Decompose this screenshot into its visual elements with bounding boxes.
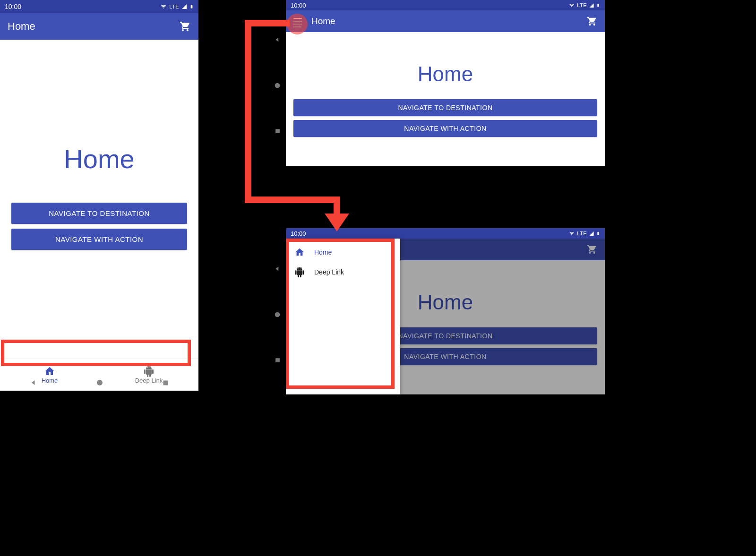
softkeys: [269, 246, 286, 383]
overview-key-icon[interactable]: [274, 128, 281, 135]
back-key-icon[interactable]: [29, 378, 38, 387]
signal-icon: [589, 3, 594, 8]
svg-point-0: [97, 380, 103, 385]
network-label: LTE: [577, 231, 587, 236]
svg-point-2: [275, 83, 280, 88]
page-heading: Home: [418, 62, 473, 86]
svg-rect-5: [275, 358, 280, 362]
arrow-segment: [245, 20, 290, 26]
appbar-title: Home: [311, 16, 335, 26]
softkeys: [0, 373, 198, 392]
battery-icon: [189, 3, 194, 10]
touch-indicator: [287, 14, 308, 34]
drawer-label: Home: [314, 248, 332, 256]
wifi-icon: [568, 3, 575, 8]
appbar-title: Home: [8, 20, 35, 33]
cart-icon[interactable]: [587, 16, 597, 26]
status-time: 10:00: [291, 2, 306, 9]
overview-key-icon[interactable]: [274, 357, 281, 364]
navigate-action-button[interactable]: NAVIGATE WITH ACTION: [11, 229, 187, 250]
navigate-destination-button[interactable]: NAVIGATE TO DESTINATION: [11, 203, 187, 224]
softkeys: [269, 17, 286, 154]
overview-key-icon[interactable]: [162, 379, 170, 387]
wifi-icon: [160, 4, 167, 9]
drawer-label: Deep Link: [314, 268, 344, 276]
wifi-icon: [568, 231, 575, 236]
content-area: Home NAVIGATE TO DESTINATION NAVIGATE WI…: [0, 40, 198, 359]
arrow-head-icon: [325, 214, 349, 231]
status-right: LTE: [160, 3, 194, 10]
android-icon: [294, 267, 305, 277]
home-icon: [294, 247, 305, 257]
content-area: Home NAVIGATE TO DESTINATION NAVIGATE WI…: [286, 32, 605, 166]
svg-point-4: [275, 312, 280, 317]
tablet-landscape-bottom: 10:00 LTE Home Home NAVIGATE TO DESTINAT…: [286, 228, 605, 394]
status-time: 10:00: [5, 3, 21, 10]
status-right: LTE: [568, 231, 600, 236]
page-heading: Home: [64, 144, 134, 174]
network-label: LTE: [577, 2, 587, 8]
home-key-icon[interactable]: [274, 82, 281, 89]
signal-icon: [589, 231, 594, 236]
battery-icon: [596, 231, 600, 236]
svg-rect-1: [163, 380, 168, 385]
drawer-item-deeplink[interactable]: Deep Link: [286, 262, 400, 282]
tablet-landscape-top: 10:00 LTE Home Home NAVIGATE TO DESTINAT…: [286, 0, 605, 166]
home-key-icon[interactable]: [274, 311, 281, 318]
home-key-icon[interactable]: [95, 378, 104, 387]
nav-drawer: Home Deep Link: [286, 239, 400, 394]
app-bar: Home: [0, 13, 198, 40]
status-right: LTE: [568, 2, 600, 8]
battery-icon: [596, 2, 600, 8]
navigate-destination-button[interactable]: NAVIGATE TO DESTINATION: [293, 99, 597, 116]
network-label: LTE: [169, 4, 179, 9]
signal-icon: [181, 4, 188, 9]
status-bar: 10:00 LTE: [286, 0, 605, 10]
phone-portrait: 10:00 LTE Home Home NAVIGATE TO DESTINAT…: [0, 0, 198, 391]
status-bar: 10:00 LTE: [0, 0, 198, 13]
status-time: 10:00: [291, 230, 306, 237]
back-key-icon[interactable]: [273, 35, 282, 44]
arrow-segment: [245, 197, 337, 203]
back-key-icon[interactable]: [273, 265, 282, 273]
cart-icon[interactable]: [180, 21, 191, 32]
app-bar: Home: [286, 10, 605, 32]
arrow-segment: [245, 20, 251, 203]
drawer-item-home[interactable]: Home: [286, 242, 400, 262]
svg-rect-3: [275, 129, 280, 133]
navigate-action-button[interactable]: NAVIGATE WITH ACTION: [293, 120, 597, 137]
